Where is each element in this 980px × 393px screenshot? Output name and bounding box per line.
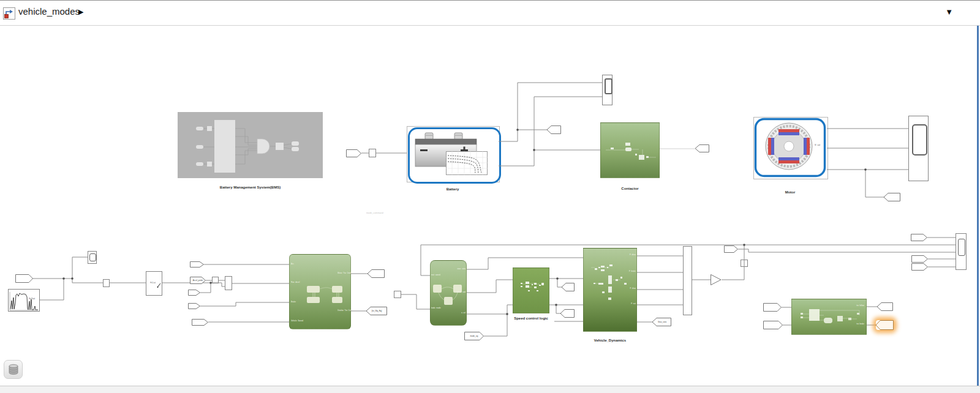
port-label: F_brake (627, 270, 636, 272)
subsystem-preview (513, 268, 550, 314)
bms-label: Battery Management System(BMS) (178, 185, 323, 189)
goto-tag-g5[interactable] (876, 320, 894, 330)
canvas-right-edge (977, 25, 979, 386)
breadcrumb-model-name[interactable]: vehicle_modes (18, 6, 80, 17)
input-port-p5[interactable] (188, 303, 200, 309)
state-box (444, 297, 453, 305)
signal-annotation-icon (146, 272, 163, 296)
tag-label: Gear_ratio (657, 321, 666, 323)
port-label: mot_speed (431, 274, 440, 275)
scope-screen (912, 124, 927, 155)
battery-label: Battery (407, 187, 499, 191)
fault-condition-block[interactable]: FltCnd (146, 271, 162, 296)
port-label: Motor_Trq_Cmd (337, 272, 350, 274)
port-label: F_drag (627, 287, 636, 289)
scope-contactor[interactable] (602, 75, 612, 105)
breadcrumb-chevron-icon[interactable]: ▶ (78, 8, 83, 16)
conversion-block[interactable] (394, 291, 401, 298)
goto-tag-t5[interactable] (560, 309, 575, 318)
subsystem-preview (584, 249, 638, 332)
motor-port-label: M_spd (815, 144, 820, 146)
state-box (332, 297, 342, 303)
chart-preview (431, 261, 467, 326)
input-port-p4[interactable] (188, 290, 200, 296)
database-icon (8, 364, 19, 375)
from-tag-t7[interactable] (724, 245, 738, 253)
port-label: Acc (291, 263, 294, 264)
goto-tag-g1[interactable] (547, 125, 561, 134)
conversion-block[interactable] (741, 260, 748, 267)
input-port-p6[interactable] (192, 319, 208, 326)
state-box (307, 286, 320, 293)
port-label: trq_follow (853, 304, 864, 306)
fault-block-label: FltCnd (150, 282, 156, 283)
simulink-window: vehicle_modes ▶ ▼ (0, 0, 980, 393)
gain-block[interactable] (710, 274, 722, 285)
port-label: wheel_spd (456, 291, 466, 293)
model-canvas[interactable]: Battery Management System(BMS) (0, 25, 980, 386)
from-tag-f3[interactable] (911, 234, 927, 241)
bms-subsystem-block[interactable] (178, 112, 323, 178)
merge-block[interactable] (225, 276, 232, 290)
contactor-preview (601, 123, 660, 179)
contactor-label: Contactor (600, 187, 660, 190)
breadcrumb-bar: vehicle_modes ▶ ▼ (0, 0, 980, 26)
goto-tag-t6[interactable]: Gear_ratio (652, 318, 671, 326)
scope-motor[interactable] (908, 116, 929, 181)
torque-chart-block[interactable] (289, 254, 351, 329)
speed-control-logic-block[interactable] (513, 268, 549, 313)
goto-tag-t2[interactable]: [Int_Wq_Rq] (366, 307, 387, 315)
from-tag-f2[interactable] (763, 321, 783, 329)
vehicle-dynamics-block[interactable] (583, 248, 637, 332)
scope-small[interactable] (88, 251, 97, 264)
port-label: gear_ratio (456, 268, 466, 269)
input-port-p1[interactable] (15, 274, 33, 283)
chart-preview (290, 255, 352, 330)
scope-screen (89, 253, 96, 261)
model-icon (3, 7, 15, 20)
port-label: F_drive (627, 253, 636, 255)
from-tag-f1[interactable] (763, 303, 782, 312)
conversion-block[interactable] (103, 279, 110, 287)
goto-tag-t1[interactable] (368, 269, 385, 278)
from-tag-t3[interactable]: mode_sig (464, 332, 484, 340)
port-label: trq_brake (853, 323, 864, 324)
motor-label: Motor (753, 190, 827, 194)
scope-screen (605, 78, 612, 94)
data-browser-button[interactable] (4, 360, 23, 379)
waveform-icon (9, 290, 39, 311)
hide-panel-icon[interactable]: ▼ (945, 7, 953, 17)
port-label: Display_Trq_Cmd (337, 309, 350, 311)
scope-outputs[interactable] (956, 233, 967, 270)
conversion-block[interactable] (212, 277, 219, 283)
port-label: Brake (291, 301, 296, 302)
input-port-p3[interactable]: Accel_pedal (190, 277, 206, 284)
tag-label: mode_sig (470, 335, 478, 337)
port-label: F_net (627, 302, 636, 304)
from-tag-f4[interactable] (911, 255, 928, 263)
goto-tag-g2[interactable] (695, 144, 709, 152)
state-box (332, 286, 342, 293)
input-port-p0[interactable] (346, 149, 361, 157)
tag-label: Accel_pedal (193, 280, 203, 282)
mux-block[interactable] (683, 246, 692, 315)
input-port-p2[interactable] (190, 261, 204, 268)
port-label: Vehicle_Speed (291, 320, 303, 321)
status-bar (0, 386, 980, 393)
port-label: body_mode (431, 307, 441, 309)
speed-control-label: Speed control logic (507, 316, 556, 320)
from-tag-f5[interactable] (911, 263, 928, 271)
goto-tag-g3[interactable] (884, 193, 900, 201)
vehicle-dynamics-label: Vehicle_Dynamics (583, 339, 637, 342)
state-box (433, 285, 442, 293)
battery-discharge-curve (446, 151, 488, 175)
signal-editor-label: RefSpd (29, 298, 35, 299)
goto-tag-t4[interactable] (562, 283, 575, 291)
tag-label: [Int_Wq_Rq] (372, 310, 382, 312)
mode-chart-block[interactable] (430, 260, 467, 326)
signal-editor-block[interactable]: RefSpd (8, 289, 40, 312)
model-icon-glyph (4, 8, 15, 19)
conversion-block[interactable] (369, 149, 376, 157)
goto-tag-g4[interactable] (877, 302, 893, 311)
contactor-block[interactable] (600, 122, 660, 178)
